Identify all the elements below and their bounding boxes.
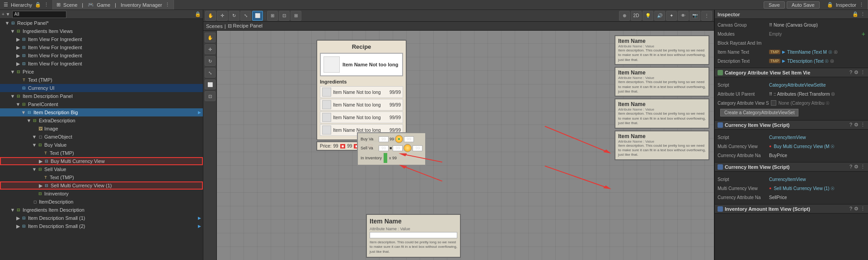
- extras-tool-strip[interactable]: ⊡: [205, 91, 216, 101]
- ingredient-thumb-2: [322, 100, 331, 109]
- tree-item-view1[interactable]: ▶ ⊟ Item View For Ingredient: [0, 35, 203, 43]
- tree-label: Item View For Ingredient: [28, 37, 82, 42]
- tree-item-extra-desc[interactable]: ▼ ⊟ ExtraDescription: [0, 116, 203, 125]
- hand-tool-strip[interactable]: ✋: [205, 32, 216, 42]
- tree-item-currency-ui[interactable]: ⊟ Currency UI: [0, 84, 203, 92]
- gizmos-btn[interactable]: ⊕: [619, 11, 630, 21]
- rect-tool[interactable]: ⬜: [252, 11, 263, 21]
- prefab-icon: ⊟: [21, 52, 27, 59]
- question-icon3[interactable]: ?: [849, 164, 852, 170]
- tree-item-view2[interactable]: ▶ ⊟ Item View For Ingredient: [0, 43, 203, 51]
- attr-label: Attribute Name : Value: [618, 44, 654, 48]
- rotate-tool-strip[interactable]: ↻: [205, 56, 216, 66]
- description-text-row: Description Text TMP ▶ TDescription (Tex…: [718, 57, 865, 65]
- scene-view-btn[interactable]: 👁: [678, 11, 689, 21]
- move-tool-strip[interactable]: ✛: [205, 44, 216, 54]
- grid-tool[interactable]: ⊞: [291, 11, 301, 21]
- tree-item-view4[interactable]: ▶ ⊟ Item View For Ingredient: [0, 60, 203, 68]
- hierarchy-search-bar: + ▼ 🔒: [0, 10, 203, 19]
- item-panels: Item Name Attribute Name : Value Item de…: [615, 35, 709, 160]
- tree-item-buy-value[interactable]: ▼ ⊟ Buy Value: [0, 141, 203, 149]
- transform-tool[interactable]: ⊞: [267, 11, 278, 21]
- light-btn[interactable]: 💡: [643, 11, 653, 21]
- more-icon2[interactable]: ⋮: [860, 122, 865, 128]
- inspector-tab-section[interactable]: 🔒 Inspector ⋮: [823, 0, 868, 9]
- fx-btn[interactable]: ✦: [666, 11, 677, 21]
- create-cat-attr-btn[interactable]: Create a CategoryAttributeViewSet: [720, 109, 798, 116]
- tree-label: Currency UI: [28, 85, 55, 91]
- tree-item-text-tmp3[interactable]: T Text (TMP): [0, 173, 203, 181]
- currency-attr-name-sell-val: SellPrice: [769, 195, 787, 200]
- tree-item-ingredients-views[interactable]: ▼ ⊟ Ingredients Item Views: [0, 27, 203, 35]
- canvas-group-row: Canvas Group ⠿ None (Canvas Group): [718, 21, 865, 29]
- tree-item-price[interactable]: ▼ ⊟ Price: [0, 68, 203, 76]
- scene-viewport[interactable]: Recipe Item Name Not too long Ingredient…: [217, 31, 714, 260]
- more-icon3[interactable]: ⋮: [860, 164, 865, 170]
- add-icon[interactable]: + ▼: [2, 12, 10, 17]
- price-val2: 99: [347, 144, 352, 149]
- cat-attr-component-header[interactable]: Category Attribute View Set Item Vie ? ⚙…: [715, 68, 868, 77]
- inspector-header-icons: 🔒 ⋮: [852, 11, 865, 17]
- scenes-link[interactable]: Scenes: [206, 23, 223, 29]
- add-module-btn[interactable]: +: [862, 30, 865, 37]
- gear-icon2[interactable]: ⚙: [854, 122, 859, 128]
- camera-btn[interactable]: 📷: [690, 11, 700, 21]
- question-icon4[interactable]: ?: [849, 206, 852, 212]
- gizmos2-btn[interactable]: ⋮: [701, 11, 712, 21]
- 2d-btn[interactable]: 2D: [631, 11, 642, 21]
- tree-arrow: ▶: [15, 45, 21, 51]
- tree-item-sell-multi-currency-view[interactable]: ▶ ⊟ Sell Multi Currency View (1): [0, 181, 203, 190]
- snap-tool[interactable]: ⊡: [279, 11, 290, 21]
- tree-item-item-desc-small-2[interactable]: ▶ ⊟ Item Description Small (2) ▶: [0, 222, 203, 230]
- search-input[interactable]: [12, 11, 66, 18]
- inventory-component-header[interactable]: Inventory Amount Item View (Script) ? ⚙ …: [715, 204, 868, 214]
- gear-icon4[interactable]: ⚙: [854, 206, 859, 212]
- scene-tab-section[interactable]: ⊞ Scene | 🎮 Game | Inventory Manager ⋮: [53, 0, 174, 9]
- move-tool[interactable]: ✛: [217, 11, 228, 21]
- tree-item-buy-multi-currency-view[interactable]: ▶ ⊟ Buy Multi Currency View: [0, 157, 203, 165]
- more-icon[interactable]: ⋮: [860, 70, 865, 75]
- ingredient-thumb-1: [322, 88, 331, 97]
- tree-arrow: ▼: [10, 93, 15, 99]
- tree-item-view3[interactable]: ▶ ⊟ Item View For Ingredient: [0, 51, 203, 60]
- tree-item-text-tmp[interactable]: T Text (TMP): [0, 76, 203, 84]
- rect-tool-strip[interactable]: ⬜: [205, 79, 216, 89]
- scale-tool-strip[interactable]: ⤡: [205, 68, 216, 78]
- tmp-badge2: TMP: [769, 59, 780, 63]
- audio-btn[interactable]: 🔊: [654, 11, 665, 21]
- tree-item-ininventory[interactable]: ⊟ Ininventory: [0, 190, 203, 198]
- tree-item-ingredients-item-desc[interactable]: ▼ ⊟ Ingredients Item Description: [0, 206, 203, 214]
- tree-item-item-desc-small-1[interactable]: ▶ ⊟ Item Description Small (1) ▶: [0, 214, 203, 222]
- currency-sell-header[interactable]: Currency Item View (Script) ? ⚙ ⋮: [715, 162, 868, 172]
- gear-icon3[interactable]: ⚙: [854, 164, 859, 170]
- gear-icon[interactable]: ⚙: [854, 70, 859, 75]
- tree-arrow: ▼: [5, 20, 10, 26]
- tree-item-item-desc-panel[interactable]: ▼ ⊟ Item Description Panel: [0, 92, 203, 100]
- question-icon[interactable]: ?: [849, 70, 852, 75]
- gameobj-icon: ◻: [37, 134, 43, 140]
- more-icon[interactable]: ⋮: [860, 11, 865, 17]
- hand-tool[interactable]: ✋: [205, 11, 216, 21]
- scale-tool[interactable]: ⤡: [240, 11, 251, 21]
- tree-item-item-desc-big[interactable]: ▼ ⊟ Item Description Big ▶: [0, 108, 203, 116]
- component-icons4: ? ⚙ ⋮: [849, 206, 865, 212]
- tree-item-image[interactable]: 🖼 Image: [0, 125, 203, 133]
- currency-buy-header[interactable]: Currency Item View (Script) ? ⚙ ⋮: [715, 121, 868, 130]
- save-button[interactable]: Save: [764, 1, 785, 9]
- tree-item-item-description[interactable]: ◻ ItemDescription: [0, 198, 203, 206]
- recipe-panel-link[interactable]: ⊟ Recipe Panel: [228, 23, 263, 29]
- canvas-icon: ⊟: [37, 166, 43, 172]
- item-desc-4: Item description. This could be pretty l…: [618, 144, 706, 158]
- hierarchy-tab[interactable]: ☰ Hierarchy 🔒 ⋮: [0, 0, 53, 9]
- question-icon2[interactable]: ?: [849, 122, 852, 128]
- tree-item-panel-content[interactable]: ▼ ⊟ PanelContent: [0, 100, 203, 108]
- tree-item-gameobject[interactable]: ▼ ◻ GameObject: [0, 133, 203, 141]
- auto-save-button[interactable]: Auto Save: [787, 1, 820, 9]
- more-icon4[interactable]: ⋮: [860, 206, 865, 212]
- modules-row: Modules Empty +: [718, 30, 865, 38]
- lock-icon[interactable]: 🔒: [852, 11, 859, 17]
- tree-item-recipe-panel[interactable]: ▼ ⊟ Recipe Panel*: [0, 19, 203, 27]
- tree-item-sell-value[interactable]: ▼ ⊟ Sell Value: [0, 165, 203, 173]
- rotate-tool[interactable]: ↻: [229, 11, 239, 21]
- tree-item-text-tmp2[interactable]: T Text (TMP): [0, 149, 203, 157]
